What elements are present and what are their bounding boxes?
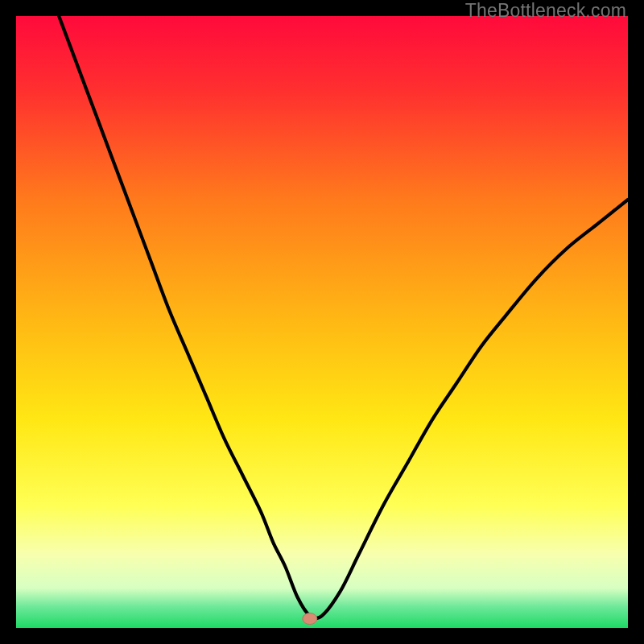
watermark-text: TheBottleneck.com [465,0,626,22]
gradient-background [16,16,628,628]
minimum-marker [303,613,317,625]
chart-frame [16,16,628,628]
bottleneck-chart [16,16,628,628]
